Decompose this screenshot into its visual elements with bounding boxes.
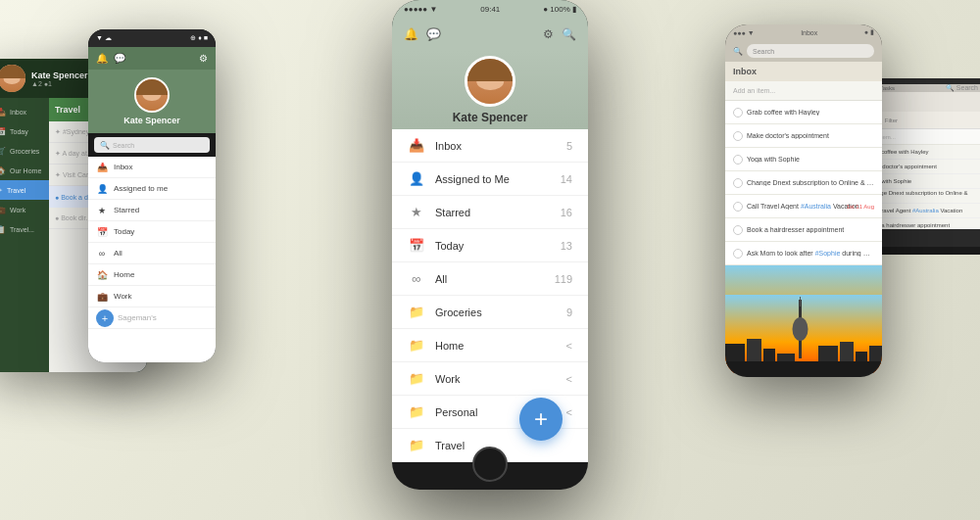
android-settings-icon: ⚙: [199, 53, 208, 64]
ipad-nav-work[interactable]: 💼 Work: [0, 200, 49, 219]
ipad-main-title: Travel: [55, 105, 80, 115]
android-nav-all[interactable]: ∞ All: [88, 243, 216, 264]
android-search-icon: 🔍: [100, 141, 110, 150]
android-nav-list: 📥 Inbox 👤 Assigned to me ★ Starred 📅 Tod…: [88, 157, 216, 362]
iphone-main-user-name: Kate Spencer: [453, 111, 528, 124]
battery-status: ● 100% ▮: [543, 5, 576, 14]
iphone-settings-icon: ⚙: [543, 27, 554, 41]
iphone-right-task-4: Change Dnext subscription to Online & Pr…: [725, 171, 882, 195]
android-search-bar[interactable]: 🔍 Search: [94, 137, 210, 153]
iphone-nav-starred[interactable]: ★ Starred 16: [392, 196, 588, 229]
ipad-nav-travel[interactable]: ✈ Travel: [0, 180, 49, 200]
iphone-right-task-3: Yoga with Sophie: [725, 148, 882, 171]
work-icon: 💼: [96, 291, 108, 303]
macbook-search-toolbar[interactable]: 🔍 Search: [946, 84, 978, 92]
ipad-nav: 📥 Inbox 📅 Today 🛒 Groceries 🏠 Our Home ✈: [0, 98, 49, 372]
iphone-inbox-icon: 📥: [408, 138, 425, 153]
ipad-nav-inbox[interactable]: 📥 Inbox: [0, 102, 49, 121]
iphone-right-search-icon: 🔍: [733, 47, 743, 56]
all-icon: ∞: [96, 248, 108, 260]
time-display: 09:41: [480, 5, 500, 14]
iphone-work-folder-icon: 📁: [408, 371, 425, 386]
ipad-nav-groceries[interactable]: 🛒 Groceries: [0, 141, 49, 161]
iphone-main-device: ●●●●● ▼ 09:41 ● 100% ▮ 🔔 💬 ⚙ 🔍 Kate Spen…: [392, 0, 588, 490]
android-nav-sageman[interactable]: + Sageman's: [88, 307, 216, 329]
assigned-icon: 👤: [96, 183, 108, 195]
iphone-right-status-bar: ●●● ▼ Inbox ● ▮: [725, 24, 882, 40]
iphone-nav-groceries[interactable]: 📁 Groceries 9: [392, 296, 588, 329]
android-bell-icon: 🔔: [96, 53, 108, 64]
iphone-add-button[interactable]: +: [519, 398, 563, 441]
iphone-main-app-header: 🔔 💬 ⚙ 🔍: [392, 18, 588, 51]
iphone-main-avatar: [465, 56, 515, 107]
android-nav-assigned[interactable]: 👤 Assigned to me: [88, 178, 216, 200]
home-icon: 🏠: [96, 269, 108, 281]
iphone-home-button[interactable]: [472, 447, 508, 482]
iphone-right-task-6: Book a hairdresser appointment: [725, 218, 882, 242]
iphone-personal-folder-icon: 📁: [408, 404, 425, 419]
iphone-nav-today[interactable]: 📅 Today 13: [392, 229, 588, 262]
iphone-right-city-photo: [725, 265, 882, 373]
android-user-section: Kate Spencer: [88, 70, 216, 133]
android-nav-work[interactable]: 💼 Work: [88, 286, 216, 307]
iphone-home-folder-icon: 📁: [408, 338, 425, 353]
svg-rect-13: [725, 361, 882, 373]
iphone-groceries-icon: 📁: [408, 305, 425, 319]
android-nav-inbox[interactable]: 📥 Inbox: [88, 157, 216, 178]
iphone-main-user-hero: Kate Spencer: [392, 51, 588, 129]
inbox-icon: 📥: [96, 162, 108, 173]
iphone-all-icon: ∞: [408, 271, 425, 286]
svg-rect-4: [800, 297, 801, 307]
iphone-right-task-2: Make doctor's appointment: [725, 124, 882, 148]
star-icon: ★: [96, 205, 108, 216]
android-avatar: [134, 77, 170, 113]
iphone-search-icon: 🔍: [562, 27, 576, 41]
iphone-right-task-7: Ask Mom to look after #Sophie during my …: [725, 242, 882, 265]
iphone-main-status-bar: ●●●●● ▼ 09:41 ● 100% ▮: [392, 0, 588, 18]
android-nav-home[interactable]: 🏠 Home: [88, 264, 216, 286]
android-nav-starred[interactable]: ★ Starred: [88, 200, 216, 221]
iphone-right-add-item-bar[interactable]: Add an item...: [725, 81, 882, 101]
android-status-bar: ▼ ☁ ⊕ ♦ ■: [88, 29, 216, 47]
iphone-right-device: ●●● ▼ Inbox ● ▮ 🔍 Search Inbox Add an it…: [725, 24, 882, 377]
iphone-nav-inbox[interactable]: 📥 Inbox 5: [392, 129, 588, 163]
iphone-today-icon: 📅: [408, 238, 425, 253]
iphone-nav-home[interactable]: 📁 Home <: [392, 329, 588, 362]
iphone-assigned-icon: 👤: [408, 171, 425, 186]
iphone-nav-assigned[interactable]: 👤 Assigned to Me 14: [392, 163, 588, 196]
iphone-chat-icon: 💬: [426, 27, 441, 41]
svg-point-3: [793, 317, 808, 341]
today-icon: 📅: [96, 226, 108, 238]
android-phone-device: ▼ ☁ ⊕ ♦ ■ 🔔 💬 ⚙ Kate Spencer 🔍 Search 📥 …: [88, 29, 216, 362]
android-user-name: Kate Spencer: [123, 116, 180, 125]
android-chat-icon: 💬: [114, 53, 125, 64]
iphone-right-search-bar[interactable]: Search: [747, 44, 874, 58]
iphone-nav-work[interactable]: 📁 Work <: [392, 362, 588, 396]
iphone-bell-icon: 🔔: [404, 27, 418, 41]
iphone-star-icon: ★: [408, 205, 425, 219]
iphone-right-task-5: Call Travel Agent #Australia Vacation 1s…: [725, 195, 882, 218]
iphone-travel-folder-icon: 📁: [408, 438, 425, 452]
ipad-nav-packing[interactable]: 📋 Travel...: [0, 219, 49, 239]
android-app-header: 🔔 💬 ⚙: [88, 47, 216, 70]
iphone-right-section-header: Inbox: [725, 62, 882, 81]
android-nav-today[interactable]: 📅 Today: [88, 221, 216, 243]
iphone-right-app-header: 🔍 Search: [725, 40, 882, 62]
iphone-nav-all[interactable]: ∞ All 119: [392, 262, 588, 296]
ipad-avatar: [0, 65, 25, 92]
ipad-nav-home[interactable]: 🏠 Our Home: [0, 161, 49, 180]
android-add-icon: +: [96, 309, 114, 327]
carrier-signal: ●●●●● ▼: [404, 5, 437, 14]
ipad-nav-today[interactable]: 📅 Today: [0, 121, 49, 141]
iphone-right-task-1: Grab coffee with Hayley: [725, 101, 882, 124]
